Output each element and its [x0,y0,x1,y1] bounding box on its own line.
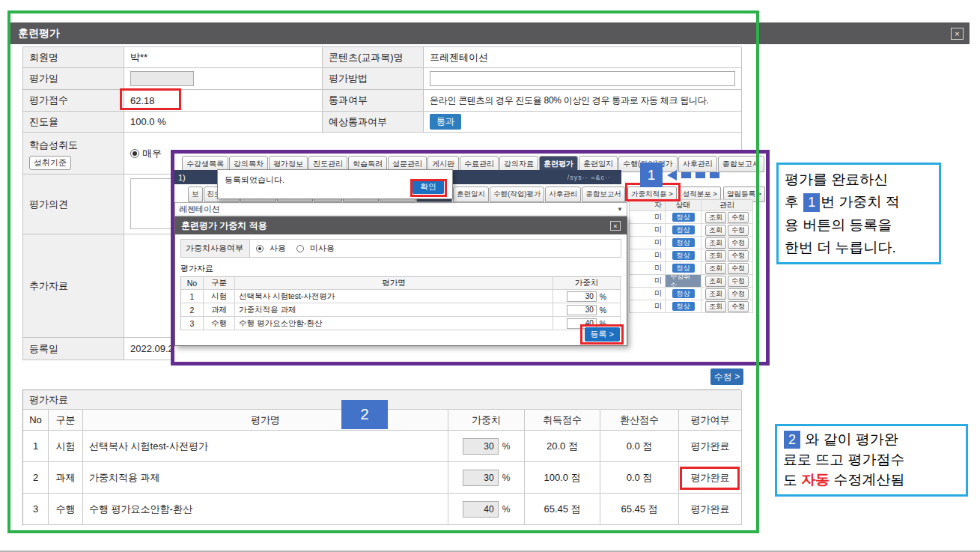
side-col-header-manage: 관리 [701,200,753,211]
tab-item[interactable]: 수행(작업)평가 [490,186,544,202]
side-cell-manage: 조회 수정 [701,249,753,262]
view-button[interactable]: 조회 [705,250,726,261]
tab-item[interactable]: 종합보고서 [582,186,625,202]
alert-message: 등록되었습니다. [225,175,284,186]
radio-unselected-icon[interactable] [296,245,304,252]
mcell-type: 과제 [204,303,235,317]
side-cell-status: 정상 [666,211,701,224]
achievement-value-text: 매우 [142,147,162,160]
edit-button[interactable]: 수정 > [710,368,743,385]
label-expected-pass: 예상통과여부 [323,112,424,133]
alert-confirm-button[interactable]: 확인 [413,180,444,194]
cell-type: 수행 [49,494,83,525]
view-button[interactable]: 조회 [705,276,726,287]
use-option-label: 사용 [270,243,286,254]
value-expected-pass: 통과 [424,112,742,133]
weight-use-label: 가중치사용여부 [181,240,250,257]
register-button[interactable]: 등록 > [585,327,620,342]
tab-item[interactable]: 사후관리 [545,186,581,202]
mcol-header-type: 구분 [204,277,235,290]
note1-line2: 후 1번 가중치 적 [785,191,933,213]
cell-type: 과제 [49,462,83,494]
col-header-status: 평가여부 [679,410,742,431]
eval-method-input[interactable] [430,71,735,86]
modal-close-icon[interactable]: × [610,221,621,231]
edit-row-button[interactable]: 수정 [728,250,749,261]
cell-no: 2 [23,462,49,494]
weight-input[interactable]: 40 [463,501,499,518]
chevron-down-icon: ▼ [617,206,623,213]
view-button[interactable]: 조회 [705,212,726,223]
value-member: 박** [124,47,323,68]
weight-use-options: 사용 미사용 [250,240,621,257]
edit-row-button[interactable]: 수정 [728,212,749,223]
edit-row-button[interactable]: 수정 [728,276,749,287]
radio-selected-icon[interactable] [130,149,139,158]
cell-type: 시험 [49,431,83,462]
tab-item[interactable]: 훈련일지 [453,186,489,202]
edit-row-button[interactable]: 수정 [728,263,749,274]
value-method [424,68,742,90]
side-cell-status: 정상 [666,224,701,237]
note1-line2-post: 번 가중치 적 [821,194,900,210]
edit-row-button[interactable]: 수정 [728,288,749,300]
edit-row-button[interactable]: 수정 [728,301,749,312]
window-close-icon[interactable]: × [951,28,964,40]
mcol-header-weight: 가중치 [553,277,621,290]
weight-use-row: 가중치사용여부 사용 미사용 [180,239,621,258]
cell-name: 가중치적용 과제 [83,462,448,494]
col-header-weight: 가중치 [448,410,525,431]
cell-name: 수행 평가요소안함-환산 [83,494,448,525]
tab-item[interactable]: 수행(작업)평가 [618,156,678,172]
weight-modal: 훈련평가 가중치 적용 × 가중치사용여부 사용 미사용 평가자료 No 구분 [174,216,627,346]
modal-weight-input[interactable]: 30 [567,291,597,302]
view-button[interactable]: 조회 [705,288,726,300]
view-button[interactable]: 조회 [705,237,726,249]
edit-row-button[interactable]: 수정 [728,225,749,236]
col-header-no: No [23,410,49,431]
note2-line1: 2 와 같이 평가완 [783,430,960,450]
cell-weight: 30 % [448,462,525,494]
cell-score: 65.45 점 [525,494,600,525]
eval-date-input[interactable] [130,71,194,86]
col-header-name: 평가명 [83,410,448,431]
achievement-criteria-button[interactable]: 성취기준 [29,156,71,170]
content-dropdown[interactable]: 레젠테이션 ▼ [174,202,627,216]
note1-line1: 평가를 완료하신 [785,169,933,191]
value-score: 62.18 [124,90,323,112]
side-cell-status: 정상 [666,300,701,313]
weight-input[interactable]: 30 [463,438,499,455]
inline-step1-badge: 1 [803,193,820,211]
side-cell-status: 정상 [666,262,701,275]
col-header-score: 취득점수 [525,410,600,431]
mcell-no: 2 [181,303,204,317]
modal-weight-input[interactable]: 30 [567,305,597,315]
note1-line4: 한번 더 누릅니다. [785,237,933,259]
col-header-converted: 환산점수 [600,410,679,431]
view-button[interactable]: 조회 [705,263,726,274]
inline-step2-badge: 2 [784,431,800,449]
tab-item[interactable]: 사후관리 [678,156,717,172]
mcell-no: 3 [181,317,204,330]
side-cell-manage: 조회 수정 [701,262,753,275]
status-badge: 정상 [672,225,695,235]
mcol-header-no: No [181,277,204,290]
view-button[interactable]: 조회 [705,225,726,236]
weight-input[interactable]: 30 [463,470,499,486]
cell-status: 평가완료 [679,462,742,494]
cell-no: 3 [23,494,49,525]
auto-highlight-text: 자동 [801,472,830,488]
side-cell-manage: 조회 수정 [701,275,753,288]
tab-item[interactable]: 종합보고서 [718,156,764,172]
label-method: 평가방법 [323,68,424,90]
side-cell-manage: 조회 수정 [701,300,753,313]
note2-line3-pre: 도 [783,472,801,488]
evaluation-data-table: 평가자료 No 구분 평가명 가중치 취득점수 환산점수 평가여부 1 시험 선… [22,389,741,525]
side-cell-manage: 조회 수정 [701,224,753,237]
tab-item[interactable]: 보 [188,186,203,202]
note2-line3-post: 수정계산됨 [830,472,904,488]
radio-selected-icon[interactable] [256,245,264,252]
edit-row-button[interactable]: 수정 [728,237,749,249]
side-cell-left: 미 [630,211,666,224]
view-button[interactable]: 조회 [705,301,726,312]
